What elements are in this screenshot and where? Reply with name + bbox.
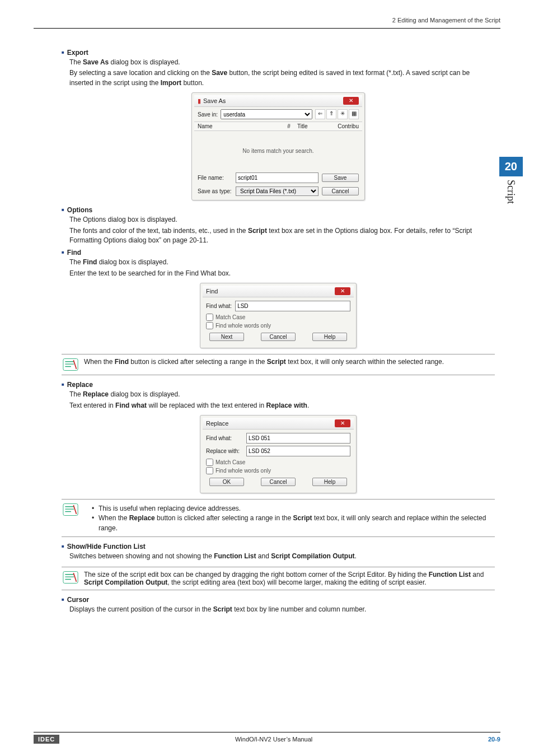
export-p2: By selecting a save location and clickin…: [69, 68, 495, 88]
page-number: 20-9: [488, 736, 500, 743]
whole-words-checkbox[interactable]: [206, 322, 213, 329]
footer-title: WindO/I-NV2 User’s Manual: [59, 736, 488, 743]
section-title-export: Export: [67, 49, 88, 57]
section-title-showhide: Show/Hide Function List: [67, 543, 146, 550]
bullet-icon: ■: [62, 207, 64, 212]
svg-rect-0: [63, 359, 78, 371]
dialog-title: Save As: [203, 97, 226, 104]
bullet-icon: ■: [62, 597, 64, 602]
whole-words-label: Find whole words only: [216, 323, 271, 329]
file-name-label: File name:: [198, 175, 232, 181]
bullet-icon: ■: [62, 50, 64, 55]
empty-message: No items match your search.: [194, 131, 362, 171]
cursor-p: Displays the current position of the cur…: [69, 605, 495, 614]
close-icon[interactable]: ✕: [335, 287, 350, 295]
ok-button[interactable]: OK: [209, 478, 244, 486]
view-menu-icon[interactable]: ▦: [349, 109, 359, 119]
find-what-label: Find what:: [206, 303, 232, 309]
note-text: When the Find button is clicked after se…: [84, 358, 444, 371]
save-in-select[interactable]: userdata: [221, 109, 312, 119]
replace-p1: The Replace dialog box is displayed.: [69, 390, 495, 399]
save-type-label: Save as type:: [198, 188, 232, 194]
find-p1: The Find dialog box is displayed.: [69, 258, 495, 267]
svg-rect-1: [63, 503, 78, 515]
svg-rect-2: [63, 572, 78, 584]
chapter-label: Script: [505, 176, 517, 204]
note-text: This is useful when replacing device add…: [84, 503, 494, 533]
bullet-icon: ■: [62, 250, 64, 255]
find-dialog: Find✕ Find what: Match Case Find whole w…: [200, 283, 357, 348]
find-what-input[interactable]: [235, 301, 350, 311]
section-title-replace: Replace: [67, 381, 93, 389]
find-p2: Enter the text to be searched for in the…: [69, 269, 495, 278]
options-p2: The fonts and color of the text, tab ind…: [69, 226, 495, 246]
note-item: This is useful when replacing device add…: [92, 504, 494, 514]
showhide-p: Switches between showing and not showing…: [69, 552, 495, 561]
replace-p2: Text entered in Find what will be replac…: [69, 401, 495, 410]
save-button[interactable]: Save: [322, 174, 359, 182]
note-icon: [63, 571, 78, 584]
next-button[interactable]: Next: [209, 333, 244, 341]
cancel-button[interactable]: Cancel: [261, 333, 296, 341]
chapter-tab: 20 Script: [499, 157, 523, 204]
column-headers: Name # Title Contribu: [194, 122, 362, 131]
replace-dialog: Replace✕ Find what: Replace with: Match …: [200, 415, 357, 493]
whole-words-checkbox[interactable]: [206, 467, 213, 474]
file-name-input[interactable]: [236, 172, 318, 183]
dialog-title: Find: [206, 288, 218, 295]
match-case-checkbox[interactable]: [206, 314, 213, 321]
section-title-cursor: Cursor: [67, 596, 89, 604]
note-text: The size of the script edit box can be c…: [84, 571, 494, 586]
header-breadcrumb: 2 Editing and Management of the Script: [34, 17, 500, 25]
options-p1: The Options dialog box is displayed.: [69, 215, 495, 225]
save-type-select[interactable]: Script Data Files (*.txt): [236, 186, 318, 196]
app-icon: ▮: [198, 97, 201, 105]
close-icon[interactable]: ✕: [343, 97, 359, 105]
bullet-icon: ■: [62, 544, 64, 549]
note-showhide: The size of the script edit box can be c…: [62, 567, 495, 590]
note-replace: This is useful when replacing device add…: [62, 499, 495, 537]
back-icon[interactable]: ⇐: [315, 109, 325, 119]
idec-logo: IDEC: [34, 735, 59, 744]
match-case-checkbox[interactable]: [206, 459, 213, 466]
whole-words-label: Find whole words only: [216, 468, 271, 474]
match-case-label: Match Case: [216, 314, 245, 320]
cancel-button[interactable]: Cancel: [261, 478, 296, 486]
section-title-find: Find: [67, 249, 81, 256]
note-item: When the Replace button is clicked after…: [92, 514, 494, 533]
match-case-label: Match Case: [216, 459, 245, 465]
footer: IDEC WindO/I-NV2 User’s Manual 20-9: [34, 732, 500, 744]
help-button[interactable]: Help: [312, 333, 347, 341]
dialog-title: Replace: [206, 420, 228, 427]
section-title-options: Options: [67, 206, 92, 214]
note-find: When the Find button is clicked after se…: [62, 354, 495, 375]
up-icon[interactable]: ⇑: [326, 109, 336, 119]
cancel-button[interactable]: Cancel: [322, 187, 359, 195]
save-in-label: Save in:: [198, 111, 218, 118]
find-what-label: Find what:: [206, 435, 243, 441]
note-icon: [63, 358, 78, 371]
replace-with-input[interactable]: [246, 446, 350, 456]
help-button[interactable]: Help: [312, 478, 347, 486]
save-as-dialog: ▮Save As✕ Save in: userdata ⇐ ⇑ ✳ ▦ Name…: [191, 92, 365, 200]
new-folder-icon[interactable]: ✳: [338, 109, 348, 119]
find-what-input[interactable]: [246, 433, 350, 444]
note-icon: [63, 503, 78, 516]
export-p1: The Save As dialog box is displayed.: [69, 58, 495, 67]
chapter-number: 20: [499, 157, 523, 176]
replace-with-label: Replace with:: [206, 448, 243, 454]
close-icon[interactable]: ✕: [335, 419, 350, 427]
bullet-icon: ■: [62, 382, 64, 387]
